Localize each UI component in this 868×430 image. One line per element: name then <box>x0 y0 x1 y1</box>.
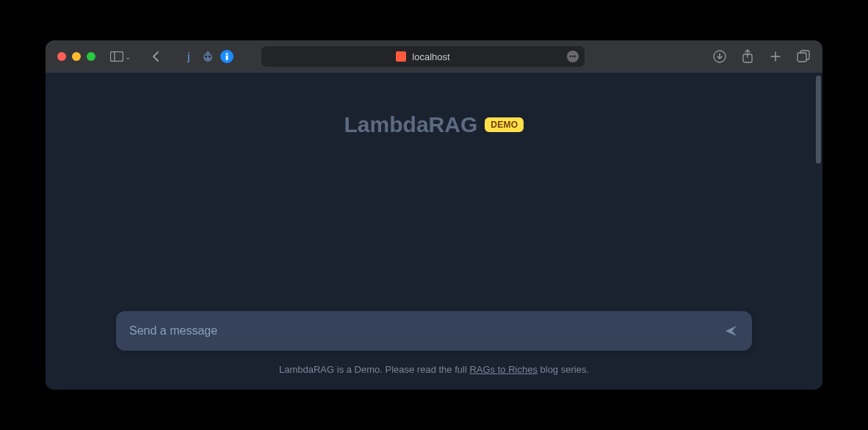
footer-note: LambdaRAG is a Demo. Please read the ful… <box>46 364 822 390</box>
footer-prefix: LambdaRAG is a Demo. Please read the ful… <box>279 364 469 375</box>
message-input[interactable] <box>129 324 724 338</box>
svg-point-4 <box>209 56 211 58</box>
reader-mode-badge[interactable]: ••• <box>567 51 579 62</box>
app-title: LambdaRAG <box>344 112 478 137</box>
share-button[interactable] <box>740 49 755 64</box>
downloads-button[interactable] <box>712 49 727 64</box>
address-text: localhost <box>412 51 449 62</box>
browser-window: ⌄ j <box>46 40 822 390</box>
favicon-icon <box>396 51 406 62</box>
tabs-icon <box>797 50 810 63</box>
close-window-button[interactable] <box>57 52 66 61</box>
svg-rect-7 <box>226 53 228 60</box>
toolbar-right <box>712 49 811 64</box>
svg-rect-5 <box>206 51 209 54</box>
svg-rect-0 <box>111 52 123 62</box>
send-button[interactable] <box>724 324 739 338</box>
scrollbar-thumb[interactable] <box>816 76 821 164</box>
extension-1password-icon[interactable] <box>220 50 234 63</box>
svg-rect-15 <box>798 53 806 62</box>
hero: LambdaRAG DEMO <box>46 112 822 137</box>
new-tab-button[interactable] <box>768 49 783 64</box>
extension-robot-icon[interactable] <box>201 50 214 63</box>
tabs-overview-button[interactable] <box>796 49 811 64</box>
demo-badge: DEMO <box>485 117 524 132</box>
maximize-window-button[interactable] <box>87 52 95 61</box>
sidebar-toggle-button[interactable]: ⌄ <box>110 51 131 62</box>
svg-point-2 <box>203 53 212 62</box>
extension-j-icon[interactable]: j <box>182 50 195 63</box>
page-content: LambdaRAG DEMO LambdaRAG is a Demo. Plea… <box>46 73 822 390</box>
svg-point-3 <box>205 56 207 58</box>
download-icon <box>713 50 726 63</box>
address-bar[interactable]: localhost ••• <box>261 46 585 67</box>
chevron-left-icon <box>151 51 160 62</box>
send-icon <box>724 324 739 338</box>
extensions-group: j <box>182 50 234 63</box>
traffic-lights <box>57 52 95 61</box>
titlebar: ⌄ j <box>46 40 822 73</box>
svg-point-8 <box>226 54 228 56</box>
footer-suffix: blog series. <box>538 364 589 375</box>
share-icon <box>742 49 753 64</box>
minimize-window-button[interactable] <box>72 52 81 61</box>
footer-link[interactable]: RAGs to Riches <box>469 364 537 375</box>
chevron-down-icon: ⌄ <box>125 53 131 61</box>
plus-icon <box>769 50 782 63</box>
message-composer <box>116 311 752 351</box>
sidebar-icon <box>110 51 123 62</box>
back-button[interactable] <box>148 49 163 64</box>
